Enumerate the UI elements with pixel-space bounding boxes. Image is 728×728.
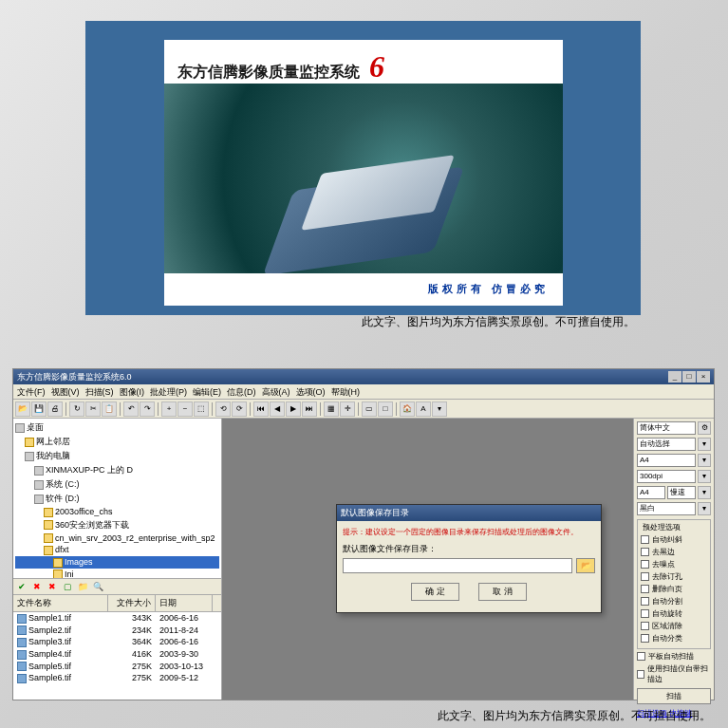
checkbox[interactable] <box>641 548 649 556</box>
maximize-button[interactable]: □ <box>682 371 696 383</box>
cancel-button[interactable]: 取 消 <box>478 583 527 601</box>
flat-checkbox[interactable] <box>637 652 645 661</box>
file-row[interactable]: Sample1.tif343K2006-6-16 <box>13 612 221 625</box>
size2-select[interactable]: A4 <box>637 486 665 499</box>
scanner-select[interactable]: 自动选择 <box>637 438 696 451</box>
tree-item[interactable]: dfxt <box>15 544 219 556</box>
tool-prev-icon[interactable]: ◀ <box>270 401 285 417</box>
browse-button[interactable]: 📂 <box>576 558 595 573</box>
col-size[interactable]: 文件大小 <box>108 595 156 611</box>
gear-icon[interactable]: ⚙ <box>698 421 711 435</box>
tool-rotate-right-icon[interactable]: ⟳ <box>232 401 247 417</box>
tree-item[interactable]: XINMAXUP-PC 上的 D <box>15 463 219 477</box>
batch-checkbox[interactable] <box>637 670 644 679</box>
scan-button[interactable]: 扫描 <box>637 688 711 704</box>
tree-item[interactable]: Images <box>15 556 219 569</box>
check-label: 自动纠斜 <box>652 534 682 545</box>
tool-home-icon[interactable]: 🏠 <box>400 401 415 417</box>
mini-zoom-icon[interactable]: 🔍 <box>91 580 104 593</box>
tool-last-icon[interactable]: ⏭ <box>302 401 317 417</box>
checkbox[interactable] <box>641 535 649 544</box>
tree-item[interactable]: 软件 (D:) <box>15 492 219 506</box>
checkbox[interactable] <box>641 634 649 643</box>
menu-options[interactable]: 选项(O) <box>296 386 326 397</box>
tool-grid-icon[interactable]: ▦ <box>324 401 339 417</box>
checkbox[interactable] <box>641 560 649 569</box>
mini-box-icon[interactable]: ▢ <box>61 580 74 593</box>
dropdown-icon[interactable]: ▾ <box>698 486 711 499</box>
menu-advanced[interactable]: 高级(A) <box>262 386 290 397</box>
save-dir-input[interactable] <box>343 558 572 573</box>
tool-first-icon[interactable]: ⏮ <box>253 401 269 417</box>
file-row[interactable]: Sample2.tif234K2011-8-24 <box>13 625 221 637</box>
mini-delete-icon[interactable]: ✖ <box>46 580 59 593</box>
dropdown-icon[interactable]: ▾ <box>698 470 711 483</box>
menu-edit[interactable]: 编辑(E) <box>193 386 221 397</box>
tree-item[interactable]: Ini <box>15 569 219 579</box>
file-list[interactable]: 文件名称 文件大小 日期 Sample1.tif343K2006-6-16Sam… <box>13 595 221 700</box>
tree-item[interactable]: cn_win_srv_2003_r2_enterprise_with_sp2 <box>15 532 219 545</box>
tool-print-icon[interactable]: 🖨 <box>47 401 63 417</box>
file-row[interactable]: Sample4.tif416K2003-9-30 <box>13 648 221 661</box>
tool-redo-icon[interactable]: ↷ <box>140 401 155 417</box>
menu-help[interactable]: 帮助(H) <box>331 386 361 397</box>
file-row[interactable]: Sample6.tif275K2009-5-12 <box>13 672 221 684</box>
check-label: 自动旋转 <box>652 608 682 619</box>
tool-select-icon[interactable]: ▭ <box>362 401 377 417</box>
dropdown-icon[interactable]: ▾ <box>698 502 711 515</box>
menu-info[interactable]: 信息(D) <box>227 386 256 397</box>
tool-zoom-in-icon[interactable]: + <box>161 401 177 417</box>
speed-select[interactable]: 慢速 <box>667 486 696 499</box>
folder-tree[interactable]: 桌面网上邻居我的电脑XINMAXUP-PC 上的 D系统 (C:)软件 (D:)… <box>13 419 221 578</box>
menu-batch[interactable]: 批处理(P) <box>150 386 187 397</box>
scanner-illustration <box>259 150 468 264</box>
tool-crosshair-icon[interactable]: ✛ <box>340 401 355 417</box>
col-filename[interactable]: 文件名称 <box>13 595 108 611</box>
mini-check-icon[interactable]: ✔ <box>15 580 28 593</box>
tool-more-icon[interactable]: ▾ <box>432 401 447 417</box>
check-label: 区域清除 <box>652 621 682 631</box>
tool-rotate-left-icon[interactable]: ⟲ <box>215 401 231 417</box>
file-row[interactable]: Sample3.tif364K2006-6-16 <box>13 636 221 648</box>
dpi-select[interactable]: 300dpi <box>637 470 696 483</box>
tool-undo-icon[interactable]: ↶ <box>123 401 139 417</box>
dropdown-icon[interactable]: ▾ <box>698 454 711 467</box>
check-row: 自动旋转 <box>641 608 707 619</box>
tree-item[interactable]: 系统 (C:) <box>15 477 219 492</box>
close-button[interactable]: × <box>697 371 710 383</box>
tool-refresh-icon[interactable]: ↻ <box>69 401 84 417</box>
tree-item[interactable]: 360安全浏览器下载 <box>15 518 219 532</box>
tool-next-icon[interactable]: ▶ <box>286 401 301 417</box>
minimize-button[interactable]: _ <box>668 371 681 383</box>
tool-open-icon[interactable]: 📂 <box>15 401 30 417</box>
mini-cancel-icon[interactable]: ✖ <box>30 580 44 593</box>
checkbox[interactable] <box>641 609 649 618</box>
menu-file[interactable]: 文件(F) <box>17 386 46 397</box>
checkbox[interactable] <box>641 622 649 630</box>
menu-scan[interactable]: 扫描(S) <box>85 386 114 397</box>
dialog-title: 默认图像保存目录 <box>337 505 601 521</box>
tool-zoom-out-icon[interactable]: − <box>177 401 193 417</box>
tool-cut-icon[interactable]: ✂ <box>85 401 101 417</box>
checkbox[interactable] <box>641 597 649 606</box>
dropdown-icon[interactable]: ▾ <box>698 438 711 451</box>
tool-save-icon[interactable]: 💾 <box>31 401 47 417</box>
ok-button[interactable]: 确 定 <box>411 583 459 601</box>
tool-ocr-icon[interactable]: A <box>416 401 431 417</box>
menu-image[interactable]: 图像(I) <box>120 386 145 397</box>
lang-select[interactable]: 简体中文 <box>637 421 696 435</box>
tool-rect-icon[interactable]: □ <box>378 401 393 417</box>
flat-label: 平板自动扫描 <box>648 651 694 662</box>
check-row: 删除白页 <box>641 584 707 594</box>
tree-item[interactable]: 2003office_chs <box>15 506 219 518</box>
tool-fit-icon[interactable]: ⬚ <box>194 401 209 417</box>
paper-select[interactable]: A4 <box>637 454 696 467</box>
color-select[interactable]: 黑白 <box>637 502 696 515</box>
tool-copy-icon[interactable]: 📋 <box>102 401 117 417</box>
file-row[interactable]: Sample5.tif275K2003-10-13 <box>13 661 221 673</box>
menu-view[interactable]: 视图(V) <box>51 386 80 397</box>
mini-folder-icon[interactable]: 📁 <box>76 580 89 593</box>
col-date[interactable]: 日期 <box>156 595 213 611</box>
checkbox[interactable] <box>641 572 649 581</box>
checkbox[interactable] <box>641 585 649 593</box>
